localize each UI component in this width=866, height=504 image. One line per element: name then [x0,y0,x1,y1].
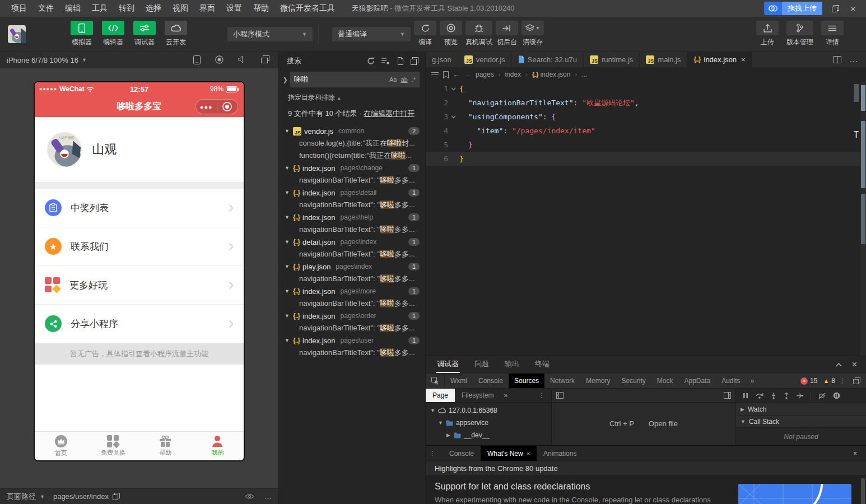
expand-twisty-icon[interactable]: ▼ [285,338,290,343]
search-result-file[interactable]: ▼JS vendor.js common 2 [279,125,425,137]
search-result-file[interactable]: ▼{..} index.json pages\order 1 [279,310,425,322]
phone-tab-免费兑换[interactable]: 免费兑换 [87,432,139,460]
code-line-6[interactable]: 6 } [426,152,866,166]
devtools-tab-AppData[interactable]: AppData [678,374,716,388]
tree-node-127.0.0.1:65368[interactable]: ▼ 127.0.0.1:65368 [426,404,551,417]
mode-button-编辑器[interactable]: 编辑器 [100,21,127,47]
expand-twisty-icon[interactable]: ▼ [285,239,290,245]
search-result-file[interactable]: ▼{..} index.json pages\help 1 [279,211,425,223]
editor-tab-runtime.js[interactable]: JSruntime.js [584,52,640,67]
bookmark-icon[interactable] [443,71,449,78]
search-result-file[interactable]: ▼{..} index.json pages\user 1 [279,334,425,347]
page-path-label[interactable]: 页面路径 [7,492,36,502]
windows-icon[interactable] [261,55,269,64]
scrollbar-thumb[interactable] [854,84,859,102]
expand-twisty-icon[interactable]: ▼ [285,165,290,171]
editor-tab-main.js[interactable]: JSmain.js [640,52,687,67]
watch-section[interactable]: ▶Watch [736,403,866,416]
close-tab-icon[interactable]: × [527,450,530,457]
search-match-line[interactable]: console.log(e),{title:"我正在哆啦封... [279,137,425,150]
editor-tab-Search: 32.u7u[interactable]: Search: 32.u7u [512,52,584,67]
mode-button-云开发[interactable]: 云开发 [162,21,189,47]
step-icon[interactable] [797,393,803,399]
menu-item-7[interactable]: 界面 [195,2,220,15]
tree-twisty-icon[interactable]: ▶ [446,432,451,438]
search-result-file[interactable]: ▼{..} index.json pages\more 1 [279,285,425,297]
step-out-icon[interactable] [784,393,789,399]
expand-twisty-icon[interactable]: ▼ [285,128,290,134]
open-file-label[interactable]: Open file [649,419,678,428]
chrome-update-artwork[interactable] [738,484,851,504]
split-editor-icon[interactable] [834,56,841,63]
collapse-results-icon[interactable] [411,57,418,65]
search-match-line[interactable]: navigationBarTitleText": "哆啦多多... [279,273,425,285]
page-path-caret-icon[interactable]: ▼ [40,494,45,500]
devtools-tab-Audits[interactable]: Audits [716,374,746,388]
devtools-tab-Sources[interactable]: Sources [509,374,544,388]
overview-ruler[interactable]: T [853,82,860,356]
tree-twisty-icon[interactable]: ▼ [438,420,443,426]
error-count-badge[interactable]: ×15 [800,377,817,385]
menu-item-1[interactable]: 文件 [34,2,58,15]
editor-tab-vendor.js[interactable]: JSvendor.js [458,52,512,67]
menu-item-2[interactable]: 编辑 [60,2,85,15]
compile-select[interactable]: 普通编译▼ [332,27,411,41]
phone-menu-更多好玩[interactable]: 更多好玩 [35,266,244,305]
search-match-line[interactable]: navigationBarTitleText": "哆啦多多... [279,174,425,186]
sidebar-tab-Filesystem[interactable]: Filesystem [455,389,500,402]
drag-upload-button[interactable]: 拖拽上传 [764,2,822,15]
copy-path-icon[interactable] [113,493,120,500]
more-menu-button[interactable]: ●●● [196,104,217,110]
drawer-scrollbar[interactable] [861,478,865,504]
pause-script-icon[interactable] [743,393,748,399]
inspect-element-icon[interactable] [426,374,445,388]
step-over-icon[interactable] [756,393,763,399]
devtools-tab-Mock[interactable]: Mock [651,374,679,388]
editor-edge-scrollbar[interactable] [860,82,866,356]
tree-node-appservice[interactable]: ▼ appservice [426,417,551,429]
menu-item-3[interactable]: 工具 [87,2,112,15]
search-result-file[interactable]: ▼{..} detail.json pages\index 1 [279,236,425,248]
expand-twisty-icon[interactable]: ▼ [285,288,290,294]
drawer-tab-Animations[interactable]: Animations [537,446,583,461]
nav-forward-icon[interactable]: → [464,71,471,78]
debugger-tab-终端[interactable]: 终端 [534,356,551,373]
regex-toggle[interactable]: .* [412,76,416,83]
editor-more-icon[interactable]: … [849,54,858,64]
code-editor[interactable]: 1 { 2 "navigationBarTitleText": "欧皇源码论坛"… [426,82,866,356]
devtools-tab-Security[interactable]: Security [616,374,651,388]
action-编译[interactable]: 编译 [414,21,436,47]
sound-icon[interactable] [238,55,246,64]
record-icon[interactable] [215,55,224,64]
tree-node-__dev__[interactable]: ▶ __dev__ [426,429,551,441]
editor-tab-g.json[interactable]: g.json [426,52,458,67]
mode-button-模拟器[interactable]: 模拟器 [68,21,95,47]
menu-item-4[interactable]: 转到 [114,2,139,15]
sidebar-tab-Page[interactable]: Page [426,389,455,402]
step-into-icon[interactable] [771,393,776,399]
clear-search-results-icon[interactable] [381,57,390,65]
device-selector[interactable]: iPhone 6/7/8 100% 16▼ [7,56,87,64]
phone-tab-我的[interactable]: 我的 [192,432,244,460]
search-match-line[interactable]: navigationBarTitleText": "哆啦多多... [279,199,425,211]
outline-icon[interactable] [431,72,439,78]
phone-tab-帮助[interactable]: 帮助 [139,432,192,460]
pause-on-exceptions-icon[interactable] [833,392,840,399]
profile-avatar[interactable]: 人间不值得 [47,132,82,167]
open-in-editor-link[interactable]: 在编辑器中打开 [364,109,415,118]
fold-icon[interactable] [448,82,458,96]
phone-menu-中奖列表[interactable]: 中奖列表 [35,189,244,227]
match-case-toggle[interactable]: Aa [389,76,397,83]
exit-button[interactable] [217,102,238,111]
expand-twisty-icon[interactable]: ▼ [285,214,290,220]
search-result-file[interactable]: ▼{..} index.json pages\change 1 [279,162,425,174]
whole-word-toggle[interactable]: ab [401,76,407,83]
devtools-tab-Network[interactable]: Network [544,374,580,388]
expand-twisty-icon[interactable]: ▼ [285,190,290,195]
code-line-5[interactable]: 5 } [426,138,866,152]
debugger-tab-输出[interactable]: 输出 [504,356,520,373]
search-match-line[interactable]: navigationBarTitleText": "哆啦多多... [279,223,425,236]
warning-count-badge[interactable]: ▲8 [823,377,835,385]
devtools-tab-Wxml[interactable]: Wxml [445,374,473,388]
search-input[interactable] [294,76,389,84]
